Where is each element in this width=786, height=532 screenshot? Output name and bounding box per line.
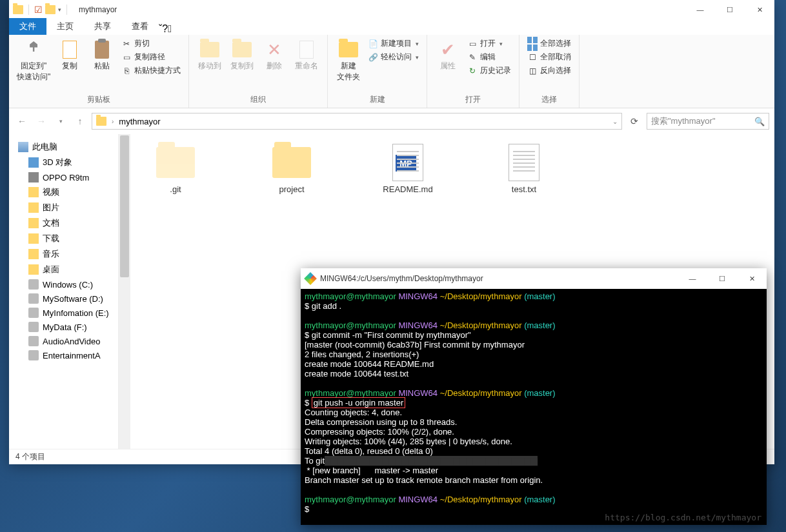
terminal-line: Delta compression using up to 8 threads. — [305, 417, 763, 427]
breadcrumb[interactable]: mythmayor — [119, 117, 160, 126]
minimize-button[interactable]: — — [685, 0, 715, 19]
item-count: 4 个项目 — [15, 451, 45, 462]
tree-item[interactable]: EntertainmentA — [10, 348, 117, 362]
folder-icon — [28, 202, 39, 213]
up-button[interactable]: ↑ — [72, 113, 88, 129]
ribbon-group-open: ✔属性 ▭打开▾ ✎编辑 ↻历史记录 打开 — [427, 35, 519, 108]
terminal-line: Writing objects: 100% (4/4), 285 bytes |… — [305, 437, 763, 446]
folder-icon — [156, 147, 195, 178]
drive-icon — [28, 308, 39, 318]
easy-access-button[interactable]: 🔗轻松访问▾ — [365, 51, 421, 63]
tree-item[interactable]: OPPO R9tm — [10, 170, 117, 184]
maximize-button[interactable]: ☐ — [707, 269, 737, 288]
address-bar[interactable]: › mythmayor ⌄ — [92, 113, 622, 130]
recent-button[interactable]: ▾ — [53, 113, 68, 129]
minimize-button[interactable]: — — [678, 269, 707, 288]
terminal-line: Compressing objects: 100% (2/2), done. — [305, 427, 763, 437]
tree-item[interactable]: 3D 对象 — [10, 155, 117, 170]
ribbon: 固定到" 快速访问" 复制 粘贴 ✂剪切 ▭复制路径 ⎘粘贴快捷方式 剪贴板 — [9, 35, 774, 108]
tab-share[interactable]: 共享 — [84, 18, 121, 35]
check-icon: ✔ — [441, 40, 455, 60]
search-input[interactable]: 搜索"mythmayor" 🔍 — [647, 113, 769, 130]
pin-quickaccess-button[interactable]: 固定到" 快速访问" — [14, 37, 53, 84]
terminal-line: create mode 100644 README.md — [305, 359, 763, 369]
file-icon — [509, 144, 539, 181]
terminal-line: 2 files changed, 2 insertions(+) — [305, 350, 763, 359]
ribbon-tabs: 文件 主页 共享 查看 ˇ ?⃝ — [9, 19, 774, 35]
file-item[interactable]: project — [253, 144, 330, 194]
folder-icon — [28, 187, 39, 197]
folder-icon — [272, 147, 311, 178]
terminal-body[interactable]: mythmayor@mythmayor MINGW64 ~/Desktop/my… — [301, 289, 767, 525]
terminal-titlebar: MINGW64:/c/Users/mythm/Desktop/mythmayor… — [301, 268, 767, 289]
drive-icon — [28, 350, 39, 360]
paste-button[interactable]: 粘贴 — [86, 37, 117, 73]
select-all-button[interactable]: 全部选择 — [525, 37, 574, 50]
folder-icon[interactable] — [45, 5, 55, 14]
moveto-button[interactable]: 移动到 — [194, 37, 225, 73]
open-button[interactable]: ▭打开▾ — [465, 37, 514, 50]
file-item[interactable]: MP README.md — [369, 144, 447, 194]
select-none-button[interactable]: ☐全部取消 — [525, 51, 574, 63]
tree-scrollbar[interactable] — [119, 134, 130, 449]
file-item[interactable]: .git — [137, 144, 214, 194]
tab-view[interactable]: 查看 — [121, 18, 159, 35]
tree-item[interactable]: 桌面 — [10, 262, 117, 277]
copy-button[interactable]: 复制 — [54, 37, 85, 73]
path-icon: ▭ — [121, 52, 132, 63]
tree-item[interactable]: 视频 — [10, 184, 117, 200]
search-icon[interactable]: 🔍 — [754, 117, 765, 126]
refresh-button[interactable]: ⟳ — [626, 113, 643, 130]
drive-icon — [28, 322, 39, 332]
explorer-titlebar: ☑ ▾ mythmayor — ☐ ✕ — [9, 0, 774, 19]
maximize-button[interactable]: ☐ — [715, 0, 745, 19]
invert-selection-button[interactable]: ◫反向选择 — [525, 64, 574, 77]
tree-item[interactable]: 音乐 — [10, 246, 117, 262]
help-icon[interactable]: ?⃝ — [162, 23, 172, 35]
ribbon-group-new: 新建 文件夹 📄新建项目▾ 🔗轻松访问▾ 新建 — [328, 35, 427, 108]
shortcut-icon: ⎘ — [121, 66, 132, 76]
folder-icon — [96, 117, 106, 126]
group-label: 剪贴板 — [14, 93, 183, 106]
tree-item[interactable]: Windows (C:) — [10, 277, 117, 291]
tree-item[interactable]: 图片 — [10, 200, 117, 215]
forward-button[interactable]: → — [34, 113, 49, 129]
properties-button[interactable]: ✔属性 — [432, 37, 463, 73]
dropdown-icon[interactable]: ⌄ — [612, 118, 618, 125]
new-folder-button[interactable]: 新建 文件夹 — [333, 37, 364, 84]
new-item-button[interactable]: 📄新建项目▾ — [365, 37, 421, 50]
drive-icon — [28, 293, 39, 304]
history-button[interactable]: ↻历史记录 — [465, 64, 514, 77]
edit-button[interactable]: ✎编辑 — [465, 51, 514, 63]
ribbon-group-select: 全部选择 ☐全部取消 ◫反向选择 选择 — [519, 35, 579, 108]
tree-item[interactable]: AudioAndVideo — [10, 334, 117, 348]
back-button[interactable]: ← — [14, 113, 30, 129]
cut-button[interactable]: ✂剪切 — [119, 37, 183, 50]
rename-button[interactable]: 重命名 — [291, 37, 322, 73]
rename-icon — [299, 41, 314, 59]
copyto-button[interactable]: 复制到 — [227, 37, 257, 73]
tree-item[interactable]: MyInfomation (E:) — [10, 306, 117, 320]
tree-item[interactable]: MySoftware (D:) — [10, 291, 117, 306]
file-item[interactable]: test.txt — [485, 144, 563, 194]
paste-shortcut-button[interactable]: ⎘粘贴快捷方式 — [119, 64, 183, 77]
tab-file[interactable]: 文件 — [9, 18, 46, 35]
tree-thispc[interactable]: 此电脑 — [10, 139, 117, 155]
copy-path-button[interactable]: ▭复制路径 — [119, 51, 183, 63]
delete-button[interactable]: ✕删除 — [259, 37, 290, 73]
close-button[interactable]: ✕ — [745, 0, 774, 19]
tree-item[interactable]: MyData (F:) — [10, 320, 117, 334]
tree-item[interactable]: 文档 — [10, 215, 117, 231]
file-name: README.md — [383, 184, 432, 194]
ribbon-group-clipboard: 固定到" 快速访问" 复制 粘贴 ✂剪切 ▭复制路径 ⎘粘贴快捷方式 剪贴板 — [9, 35, 189, 108]
tab-home[interactable]: 主页 — [46, 18, 84, 35]
group-label: 组织 — [194, 93, 322, 106]
nav-tree[interactable]: 此电脑 3D 对象 OPPO R9tm 视频 图片 文档 下载 音乐 桌面 Wi… — [9, 134, 119, 449]
tree-item[interactable]: 下载 — [10, 231, 117, 246]
chevron-icon[interactable]: › — [112, 118, 114, 125]
close-button[interactable]: ✕ — [737, 269, 767, 288]
git-bash-icon — [304, 272, 317, 285]
check-icon[interactable]: ☑ — [34, 5, 43, 15]
terminal-line: create mode 100644 test.txt — [305, 369, 763, 379]
scissors-icon: ✂ — [121, 39, 132, 49]
